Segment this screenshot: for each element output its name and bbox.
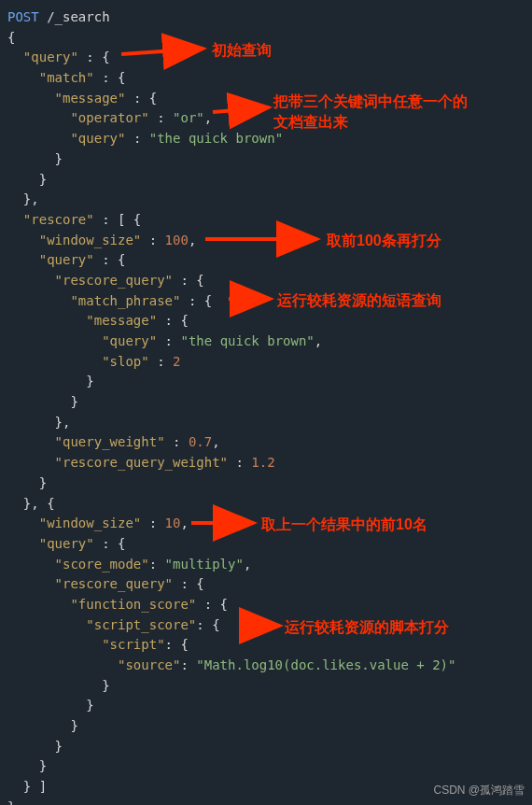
watermark: CSDN @孤鸿踏雪 [433, 782, 525, 799]
http-path: /_search [47, 9, 109, 24]
http-method: POST [7, 9, 39, 24]
code-block: POST /_search { "query" : { "match" : { … [7, 7, 525, 805]
